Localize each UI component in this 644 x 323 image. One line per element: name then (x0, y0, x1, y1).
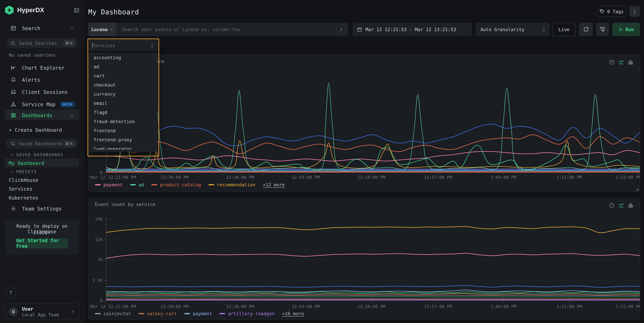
services-filter-input[interactable]: Services (89, 40, 158, 51)
legend-label: product-catalog (160, 182, 201, 187)
create-dashboard-button[interactable]: + Create Dashboard (9, 127, 62, 133)
resize-handle-icon[interactable] (635, 187, 638, 191)
svg-text:3.5K: 3.5K (92, 278, 102, 283)
legend-more-link[interactable]: +16 more (282, 311, 304, 316)
dropdown-option[interactable]: frontend-proxy (90, 135, 157, 144)
kebab-icon (632, 9, 637, 14)
legend-more-link[interactable]: +12 more (263, 182, 285, 187)
sidebar-item-chart-explorer[interactable]: Chart Explorer (0, 63, 84, 73)
svg-text:1:21:00 PM: 1:21:00 PM (616, 175, 640, 180)
dropdown-option[interactable]: checkout (90, 81, 157, 90)
clickhouse-cloud-promo: Ready to deploy on ClickHouse Cloud? Get… (5, 219, 79, 254)
svg-text:0: 0 (100, 298, 102, 303)
presets-section-header[interactable]: PRESETS (10, 169, 37, 174)
sidebar-item-client-sessions[interactable]: Client Sessions (0, 87, 84, 97)
svg-text:12:43:00 PM: 12:43:00 PM (292, 304, 320, 309)
legend-item[interactable]: product-catalog (151, 182, 201, 187)
chevron-up-icon[interactable] (70, 26, 74, 31)
legend-label: artillery-loadgen (228, 311, 274, 316)
sidebar-item-alerts[interactable]: Alerts (0, 75, 84, 85)
dropdown-option[interactable]: flagd (90, 108, 157, 117)
brand: HyperDX (5, 6, 44, 15)
svg-text:Mar 12 12:21:00 PM: Mar 12 12:21:00 PM (90, 304, 136, 309)
service-map-icon (10, 102, 16, 107)
filter-button[interactable] (596, 23, 609, 36)
svg-text:12:43:00 PM: 12:43:00 PM (292, 175, 320, 180)
sidebar-item-team-settings[interactable]: Team Settings (0, 204, 84, 214)
dropdown-option[interactable]: load-generator (90, 144, 157, 150)
hyperdx-logo-icon (5, 6, 14, 15)
refresh-icon (583, 27, 589, 32)
dropdown-option[interactable]: fraud-detection (90, 117, 157, 126)
sidebar-item-label: Client Sessions (22, 89, 68, 95)
help-button[interactable]: ? (5, 287, 16, 298)
avatar: U (9, 307, 18, 316)
legend-label: payment (104, 182, 123, 187)
chart-panel-1: vice 0Mar 12 12:21:00 PM12:29:00 PM12:36… (88, 55, 640, 192)
sidebar-item-label: Service Map (22, 102, 56, 107)
sidebar-item-dashboards[interactable]: Dashboards (0, 110, 84, 120)
bell-icon (10, 77, 16, 83)
svg-text:12:36:00 PM: 12:36:00 PM (226, 304, 254, 309)
sidebar-item-label: Chart Explorer (22, 65, 65, 71)
sidebar-item-clickhouse[interactable]: ClickHouse (9, 177, 38, 183)
dropdown-option[interactable]: cart (90, 71, 157, 81)
legend-item[interactable]: payment (95, 182, 123, 187)
granularity-select[interactable]: Auto Granularity (476, 23, 550, 36)
legend-label: cainjector (104, 311, 131, 316)
sidebar-collapse-button[interactable] (73, 7, 80, 14)
legend-swatch (184, 313, 190, 314)
legend-item[interactable]: cainjector (95, 311, 131, 316)
language-select[interactable]: Lucene (88, 23, 116, 36)
event-search-input[interactable]: Lucene Search your events w/ Lucene ex. … (88, 23, 348, 36)
saved-searches-input[interactable]: Saved Searches ⌘ K (6, 38, 78, 48)
sidebar-item-kubernetes[interactable]: Kubernetes (9, 195, 38, 201)
brand-title: HyperDX (17, 7, 44, 14)
chevron-up-icon[interactable] (70, 113, 74, 118)
svg-text:12:57:00 PM: 12:57:00 PM (424, 175, 452, 180)
legend-item[interactable]: payment (184, 311, 212, 316)
sidebar-item-my-dashboard[interactable]: My Dashboard (9, 160, 44, 166)
live-button[interactable]: Live (552, 23, 576, 36)
tags-label: 0 Tags (607, 9, 624, 14)
svg-text:12:50:00 PM: 12:50:00 PM (357, 175, 385, 180)
tags-button[interactable]: 0 Tags (597, 6, 626, 17)
select-chevrons-icon (150, 43, 154, 48)
query-toolbar: Lucene Search your events w/ Lucene ex. … (88, 23, 640, 36)
legend-item[interactable]: ad (130, 182, 144, 187)
saved-dashboards-input[interactable]: Saved Dashboards ⌘ K (6, 139, 78, 148)
svg-text:7K: 7K (98, 257, 102, 262)
legend-swatch (151, 184, 157, 185)
refresh-button[interactable] (579, 23, 593, 36)
legend-label: recommendation (217, 182, 256, 187)
dropdown-option[interactable]: frontend (90, 126, 157, 135)
dropdown-option[interactable]: accounting (90, 53, 157, 62)
dropdown-option[interactable]: email (90, 99, 157, 108)
user-card[interactable]: U User Local App Team (5, 303, 79, 319)
text-cursor (92, 43, 92, 48)
svg-text:14K: 14K (95, 217, 102, 221)
time-range-input[interactable]: Mar 12 12:21:53 - Mar 12 13:21:53 (352, 23, 472, 36)
app-root: HyperDX Search Saved Searches ⌘ K No sav… (0, 0, 644, 323)
sidebar-item-search[interactable]: Search (0, 23, 84, 33)
sidebar-item-services[interactable]: Services (9, 186, 32, 192)
sidebar-item-service-map[interactable]: Service Map BETA (0, 99, 84, 109)
legend-item[interactable]: artillery-loadgen (220, 311, 274, 316)
chart2-plot[interactable]: 14K11K7K3.5K0Mar 12 12:21:00 PM12:29:00 … (88, 198, 640, 319)
svg-text:12:29:00 PM: 12:29:00 PM (160, 304, 188, 309)
legend-swatch (130, 184, 136, 185)
saved-dashboards-section-header[interactable]: SAVED DASHBOARDS (10, 153, 63, 157)
dropdown-option[interactable]: currency (90, 90, 157, 99)
run-button[interactable]: Run (612, 23, 640, 36)
chart1-plot[interactable]: 0Mar 12 12:21:00 PM12:29:00 PM12:36:00 P… (88, 55, 640, 192)
legend-item[interactable]: valkey-cart (138, 311, 177, 316)
promo-text-line2: Cloud? (5, 230, 79, 235)
legend-swatch (95, 313, 101, 314)
more-menu-button[interactable] (629, 6, 640, 17)
dropdown-option[interactable]: ad (90, 62, 157, 71)
chevron-down-icon (10, 153, 14, 157)
gear-icon (10, 206, 16, 212)
get-started-button[interactable]: Get Started for Free (16, 238, 68, 248)
laptop-icon (10, 89, 16, 95)
legend-item[interactable]: recommendation (208, 182, 256, 187)
